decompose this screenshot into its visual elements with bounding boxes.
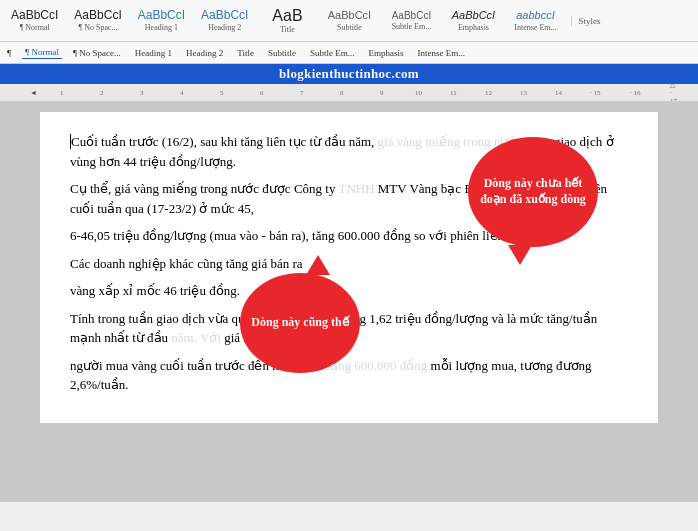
callout-bubble-1: Dòng này chưa hết đoạn đã xuống dòng bbox=[468, 137, 598, 247]
ruler-mark-10: 10 bbox=[415, 89, 422, 97]
style-subtle[interactable]: AaBbCcI Subtle Em... bbox=[381, 2, 441, 40]
style-subtitle[interactable]: AaBbCcI Subtitle bbox=[319, 2, 379, 40]
style-nospace-label: ¶ No Spac... bbox=[79, 23, 118, 32]
callout-bubble-2: Dòng này cũng thế bbox=[240, 273, 360, 373]
document-area: Cuối tuần trước (16/2), sau khi tăng liê… bbox=[0, 102, 698, 502]
style-normal[interactable]: AaBbCcI ¶ Normal bbox=[4, 2, 65, 40]
watermark-bar: blogkienthuctinhoc.com bbox=[0, 64, 698, 84]
ribbon-intense-item[interactable]: Intense Em... bbox=[414, 47, 468, 59]
style-title-preview: AaB bbox=[272, 7, 302, 25]
ribbon-nospace-item[interactable]: ¶ No Space... bbox=[70, 47, 124, 59]
ruler-mark-11: 11 bbox=[450, 89, 457, 97]
style-normal-preview: AaBbCcI bbox=[11, 9, 58, 22]
document-page[interactable]: Cuối tuần trước (16/2), sau khi tăng liê… bbox=[40, 112, 658, 423]
ruler-mark-4: 4 bbox=[180, 89, 184, 97]
ruler-mark-2: 2 bbox=[100, 89, 104, 97]
callout-2-text: Dòng này cũng thế bbox=[243, 307, 356, 339]
ruler-left-marker: ◄ bbox=[30, 89, 37, 97]
ruler-mark-6: 6 bbox=[260, 89, 264, 97]
paragraph-4[interactable]: Các doanh nghiệp khác cũng tăng giá bán … bbox=[70, 254, 628, 274]
ribbon-normal-item[interactable]: ¶ Normal bbox=[22, 46, 62, 59]
style-h1-preview: AaBbCcI bbox=[138, 9, 185, 22]
ribbon-subtle-item[interactable]: Subtle Em... bbox=[307, 47, 358, 59]
ruler: ◄ 1 2 3 4 5 6 7 8 9 10 11 12 13 14 · 15 … bbox=[0, 84, 698, 102]
ribbon-para-icon: ¶ bbox=[4, 47, 14, 59]
obscured-text-4: năm. Với bbox=[171, 330, 221, 345]
paragraph-7[interactable]: người mua vàng cuối tuần trước đến nay l… bbox=[70, 356, 628, 395]
callout-1-text: Dòng này chưa hết đoạn đã xuống dòng bbox=[468, 168, 598, 215]
style-h2[interactable]: AaBbCcI Heading 2 bbox=[194, 2, 255, 40]
ruler-mark-8: 8 bbox=[340, 89, 344, 97]
ribbon-emphasis-item[interactable]: Emphasis bbox=[365, 47, 406, 59]
style-normal-label: ¶ Normal bbox=[20, 23, 50, 32]
style-h1-label: Heading 1 bbox=[145, 23, 178, 32]
style-emphasis-label: Emphasis bbox=[458, 23, 489, 32]
watermark-text: blogkienthuctinhoc.com bbox=[279, 66, 419, 81]
ruler-mark-5: 5 bbox=[220, 89, 224, 97]
ribbon-h2-item[interactable]: Heading 2 bbox=[183, 47, 226, 59]
ribbon-subtitle-item[interactable]: Subtitle bbox=[265, 47, 299, 59]
ruler-mark-14: 14 bbox=[555, 89, 562, 97]
style-emphasis[interactable]: AaBbCcI Emphasis bbox=[443, 2, 503, 40]
ruler-mark-3: 3 bbox=[140, 89, 144, 97]
style-subtitle-label: Subtitle bbox=[337, 23, 362, 32]
ruler-mark-15: · 15 bbox=[590, 89, 601, 97]
style-emphasis-preview: AaBbCcI bbox=[452, 9, 495, 21]
ruler-mark-16: · 16 bbox=[630, 89, 641, 97]
style-title-label: Title bbox=[280, 25, 295, 34]
styles-panel-label: Styles bbox=[571, 16, 611, 26]
style-nospace-preview: AaBbCcI bbox=[74, 9, 121, 22]
ruler-content: ◄ 1 2 3 4 5 6 7 8 9 10 11 12 13 14 · 15 … bbox=[30, 84, 668, 101]
style-bar: AaBbCcI ¶ Normal AaBbCcI ¶ No Spac... Aa… bbox=[0, 0, 698, 42]
style-title[interactable]: AaB Title bbox=[257, 2, 317, 40]
cursor bbox=[70, 134, 71, 149]
ruler-mark-9: 9 bbox=[380, 89, 384, 97]
ribbon-title-item[interactable]: Title bbox=[234, 47, 257, 59]
ribbon-h1-item[interactable]: Heading 1 bbox=[132, 47, 175, 59]
ruler-mark-13: 13 bbox=[520, 89, 527, 97]
style-intense-label: Intense Em... bbox=[514, 23, 556, 32]
ruler-mark-12: 12 bbox=[485, 89, 492, 97]
style-subtle-label: Subtle Em... bbox=[392, 22, 432, 31]
style-h2-label: Heading 2 bbox=[208, 23, 241, 32]
ruler-mark-1: 1 bbox=[60, 89, 64, 97]
style-intense-preview: aabbccI bbox=[516, 9, 555, 21]
style-subtle-preview: AaBbCcI bbox=[392, 10, 431, 21]
style-subtitle-preview: AaBbCcI bbox=[328, 9, 371, 21]
style-nospace[interactable]: AaBbCcI ¶ No Spac... bbox=[67, 2, 128, 40]
obscured-text-2: TNHH bbox=[338, 181, 374, 196]
ruler-mark-17: △ · 17 bbox=[670, 84, 677, 102]
style-h2-preview: AaBbCcI bbox=[201, 9, 248, 22]
ribbon-bottom: ¶ ¶ Normal ¶ No Space... Heading 1 Headi… bbox=[0, 42, 698, 64]
style-intense[interactable]: aabbccI Intense Em... bbox=[505, 2, 565, 40]
ruler-mark-7: 7 bbox=[300, 89, 304, 97]
style-h1[interactable]: AaBbCcI Heading 1 bbox=[131, 2, 192, 40]
